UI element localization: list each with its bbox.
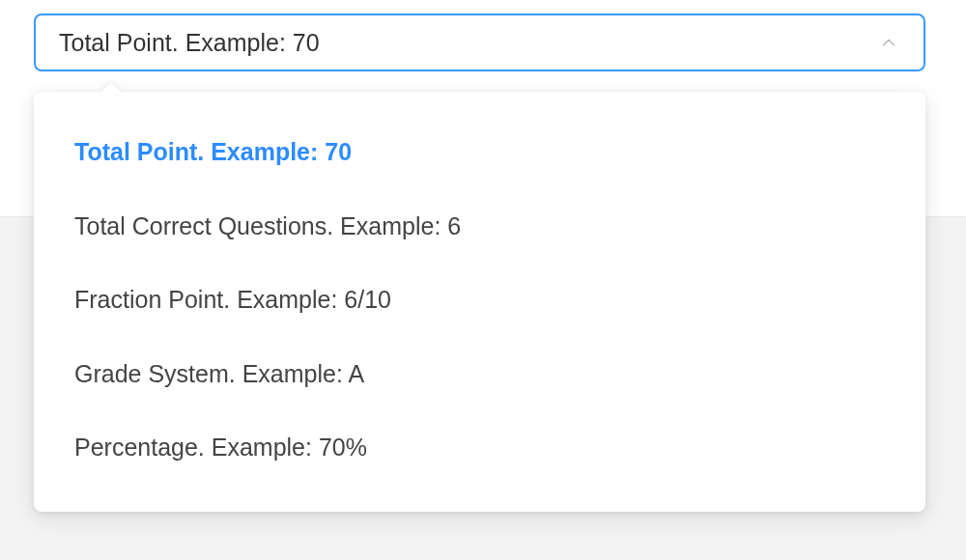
score-type-dropdown: Total Point. Example: 70 Total Correct Q… xyxy=(34,92,925,512)
option-grade-system[interactable]: Grade System. Example: A xyxy=(34,337,925,411)
option-total-point[interactable]: Total Point. Example: 70 xyxy=(34,115,925,189)
score-type-select-trigger[interactable]: Total Point. Example: 70 xyxy=(34,14,925,71)
option-total-correct-questions[interactable]: Total Correct Questions. Example: 6 xyxy=(34,189,925,264)
chevron-up-icon xyxy=(877,31,900,54)
option-fraction-point[interactable]: Fraction Point. Example: 6/10 xyxy=(34,263,925,337)
score-type-selected-value: Total Point. Example: 70 xyxy=(59,29,877,57)
option-percentage[interactable]: Percentage. Example: 70% xyxy=(34,410,925,485)
dropdown-arrow-icon xyxy=(99,82,123,94)
